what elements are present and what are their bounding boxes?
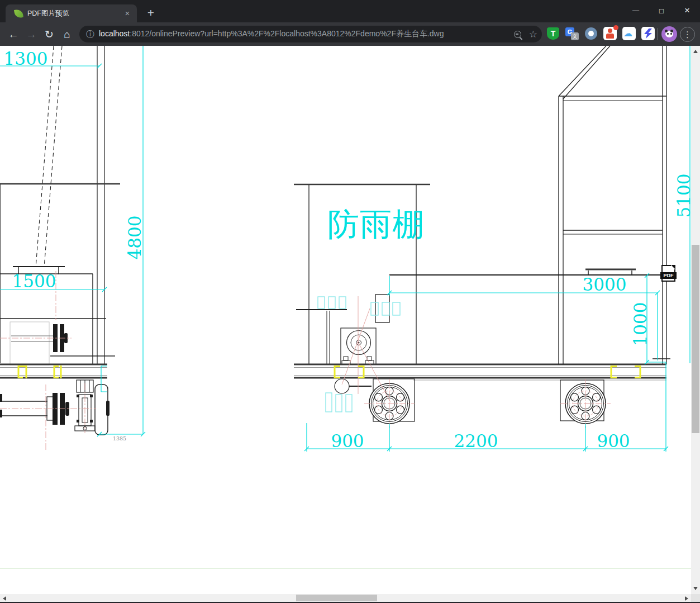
extension-notify-icon[interactable]	[603, 27, 617, 40]
home-button[interactable]: ⌂	[59, 27, 75, 42]
url-host: localhost	[99, 29, 130, 38]
dim-1000-label: 1000	[630, 302, 650, 346]
minimize-button[interactable]: —	[623, 0, 649, 21]
url-path: :8012/onlinePreview?url=http%3A%2F%2Floc…	[130, 29, 444, 38]
zoom-out-icon[interactable]	[514, 31, 521, 38]
new-tab-button[interactable]: +	[143, 6, 159, 21]
dim-4800-label: 4800	[125, 216, 145, 260]
horizontal-scrollbar[interactable]	[0, 594, 691, 602]
forward-button[interactable]: →	[23, 27, 39, 42]
back-button[interactable]: ←	[6, 27, 21, 42]
dim-2200-label: 2200	[454, 431, 498, 451]
pdf-badge-label: PDF	[660, 272, 677, 279]
extension-cloud-icon[interactable]: ☁	[622, 27, 636, 40]
scroll-up-arrow-icon[interactable]	[693, 50, 698, 53]
dim-1300-label: 1300	[4, 49, 48, 69]
pdf-download-button[interactable]: PDF	[661, 265, 675, 282]
spring-leaf-favicon-icon	[14, 9, 23, 18]
tab-title: PDF图片预览	[27, 9, 122, 18]
horizontal-scrollbar-thumb[interactable]	[296, 595, 377, 601]
dim-5100-label: 5100	[674, 174, 691, 218]
vertical-scrollbar-thumb[interactable]	[692, 245, 699, 433]
panda-face-icon	[665, 31, 673, 37]
url-text[interactable]: localhost:8012/onlinePreview?url=http%3A…	[99, 29, 444, 39]
dim-1385-label: 1385	[113, 435, 126, 441]
centerlines	[0, 271, 611, 452]
browser-window: PDF图片预览 × + — □ × ← → ↻ ⌂ ⓘ localhost:80…	[0, 0, 700, 603]
reload-button[interactable]: ↻	[41, 27, 57, 42]
extension-thunder-icon[interactable]	[641, 27, 655, 40]
dim-900-right-label: 900	[597, 431, 630, 451]
tab-close-icon[interactable]: ×	[122, 8, 132, 18]
browser-menu-button[interactable]: ⋮	[680, 27, 695, 42]
address-bar[interactable]: ⓘ localhost:8012/onlinePreview?url=http%…	[79, 26, 542, 42]
preview-canvas: 1300 1500 4800 5100 3000 1000 900 2200 9…	[0, 46, 691, 594]
page-info-icon[interactable]: ⓘ	[86, 29, 94, 40]
dim-1500-label: 1500	[12, 271, 56, 291]
extensions-row: T G文 ☁	[546, 27, 655, 40]
tab-strip: PDF图片预览 × + — □ ×	[0, 0, 700, 22]
window-controls: — □ ×	[623, 0, 700, 21]
canopy-label: 防雨棚	[327, 206, 425, 243]
browser-tab[interactable]: PDF图片预览 ×	[6, 4, 137, 22]
scroll-right-arrow-icon[interactable]	[685, 596, 688, 601]
toolbar-separator	[657, 28, 658, 40]
extension-tampermonkey-icon[interactable]: T	[546, 27, 560, 40]
maximize-button[interactable]: □	[649, 0, 674, 21]
dim-3000-label: 3000	[583, 274, 627, 295]
scroll-left-arrow-icon[interactable]	[3, 596, 6, 601]
pdf-fold-corner-icon	[671, 265, 675, 269]
extension-translate-icon[interactable]: G文	[565, 27, 579, 40]
dim-900-left-label: 900	[331, 431, 364, 451]
notification-badge	[613, 25, 618, 30]
extension-ring-icon[interactable]	[584, 27, 598, 40]
bookmark-star-icon[interactable]: ☆	[529, 29, 537, 40]
scrollbar-corner	[691, 594, 700, 602]
page-divider	[0, 568, 691, 569]
vertical-scrollbar[interactable]	[691, 46, 700, 594]
scroll-down-arrow-icon[interactable]	[693, 587, 698, 590]
window-close-button[interactable]: ×	[674, 0, 700, 21]
profile-avatar[interactable]	[661, 26, 677, 42]
cad-drawing: 1300 1500 4800 5100 3000 1000 900 2200 9…	[0, 46, 691, 594]
